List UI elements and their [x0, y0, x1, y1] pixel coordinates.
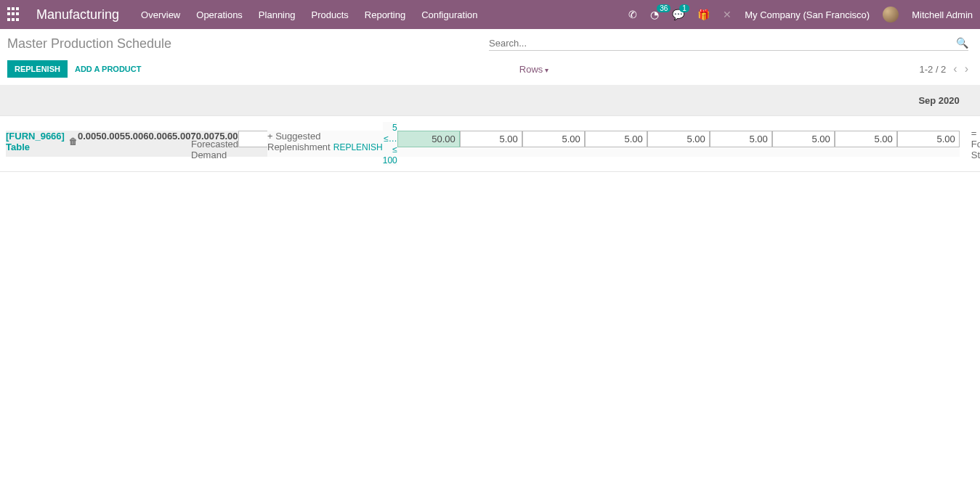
search-icon[interactable]: 🔍 — [956, 37, 968, 49]
apps-icon[interactable] — [7, 7, 22, 22]
nav-brand[interactable]: Manufacturing — [36, 7, 119, 23]
head-value: 0.00 — [78, 131, 96, 157]
tools-icon[interactable]: ✕ — [723, 9, 732, 20]
avatar[interactable] — [883, 7, 899, 23]
navbar: Manufacturing Overview Operations Planni… — [0, 0, 980, 29]
gift-icon[interactable]: 🎁 — [697, 9, 710, 20]
head-value: 60.00 — [143, 131, 167, 157]
delete-icon[interactable]: 🗑 — [69, 136, 78, 147]
col-month: Oct 2020 — [965, 85, 980, 116]
row-label-stock: = Forecasted Stock — [971, 128, 980, 160]
pager: 1-2 / 2 ‹ › — [919, 62, 968, 75]
suggested-input[interactable] — [772, 131, 835, 147]
nav-products[interactable]: Products — [311, 9, 348, 20]
pager-prev[interactable]: ‹ — [953, 62, 957, 75]
mps-table: Sep 2020 Oct 2020 Nov 2020 Dec 2020 Jan … — [0, 85, 980, 172]
range-link[interactable]: 5 ≤…≤ 100 — [383, 123, 397, 165]
row-label-demand: - Forecasted Demand — [191, 128, 238, 160]
suggested-input[interactable] — [397, 131, 460, 147]
nav-configuration[interactable]: Configuration — [421, 9, 477, 20]
msg-badge: 1 — [679, 4, 689, 12]
phone-icon[interactable]: ✆ — [628, 9, 637, 20]
pager-text: 1-2 / 2 — [919, 64, 946, 75]
head-value: 50.00 — [96, 131, 120, 157]
messages-icon[interactable]: 💬1 — [672, 9, 684, 20]
col-product — [0, 85, 185, 116]
company-selector[interactable]: My Company (San Francisco) — [745, 9, 870, 20]
search-input[interactable] — [489, 38, 956, 49]
head-value: 55.00 — [120, 131, 144, 157]
nav-reporting[interactable]: Reporting — [365, 9, 405, 20]
replenish-link[interactable]: REPLENISH — [333, 142, 383, 152]
row-label-suggested: + Suggested Replenishment — [267, 131, 331, 152]
clock-icon[interactable]: ◔36 — [650, 9, 659, 20]
suggested-input[interactable] — [647, 131, 710, 147]
suggested-input[interactable] — [897, 131, 960, 147]
nav-menu: Overview Operations Planning Products Re… — [141, 9, 477, 20]
col-range — [185, 85, 262, 116]
nav-operations[interactable]: Operations — [196, 9, 243, 20]
suggested-input[interactable] — [835, 131, 897, 147]
suggested-input[interactable] — [460, 131, 522, 147]
user-name[interactable]: Mitchell Admin — [912, 9, 973, 20]
search-bar[interactable]: 🔍 — [489, 37, 968, 51]
suggested-input[interactable] — [522, 131, 585, 147]
rows-dropdown[interactable]: Rows — [519, 64, 548, 75]
replenish-button[interactable]: Replenish — [7, 60, 68, 78]
pager-next[interactable]: › — [965, 62, 968, 75]
product-link[interactable]: [FURN_9666] Table 🗑 — [6, 131, 78, 152]
page-title: Master Production Schedule — [7, 36, 489, 52]
suggested-input[interactable] — [585, 131, 647, 147]
clock-badge: 36 — [657, 4, 671, 12]
nav-planning[interactable]: Planning — [259, 9, 296, 20]
add-product-button[interactable]: Add a Product — [68, 60, 148, 78]
control-panel: Master Production Schedule 🔍 Replenish A… — [0, 29, 980, 85]
nav-overview[interactable]: Overview — [141, 9, 180, 20]
suggested-input[interactable] — [710, 131, 772, 147]
col-month: Sep 2020 — [262, 85, 965, 116]
